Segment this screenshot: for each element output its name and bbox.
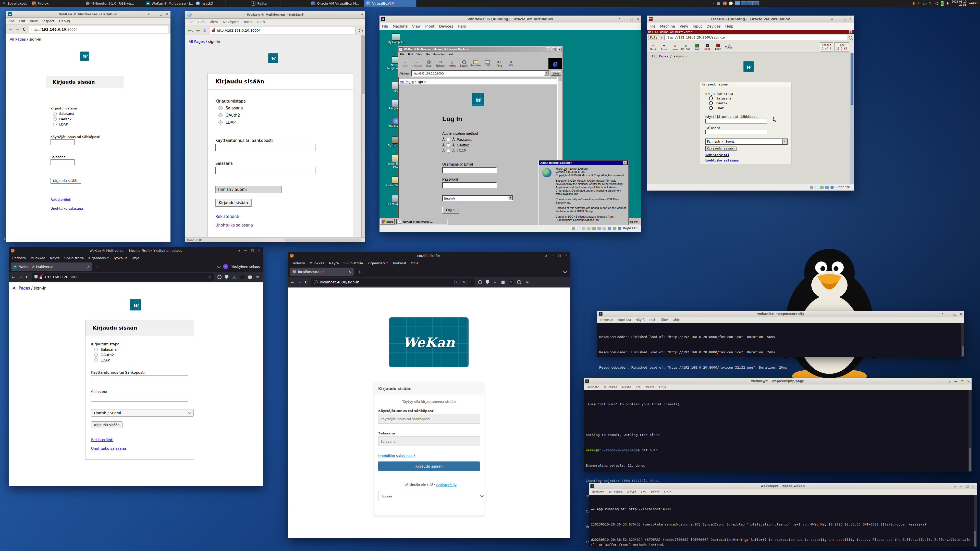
shield-check-icon[interactable] <box>486 280 489 284</box>
radio-ldap[interactable] <box>218 121 223 124</box>
taskbar-button-ladybird[interactable]: w WeKan ® Multiverse - L... <box>143 0 193 6</box>
taskbar-button-netsurf[interactable]: nsgtk3 <box>193 0 226 6</box>
search-icon[interactable] <box>849 36 853 40</box>
search-button[interactable]: Search <box>458 58 470 69</box>
rollup-button[interactable]: ∧ <box>618 17 620 21</box>
home-button[interactable]: ⌂Home <box>670 41 680 52</box>
vbox-titlebar[interactable]: 95 Windows 95 [Running] - Oracle VM Virt… <box>380 16 641 22</box>
s-badge-icon[interactable]: S <box>240 275 245 279</box>
menu-tiedosto[interactable]: Tiedosto <box>12 256 26 260</box>
battery-icon[interactable] <box>941 1 943 6</box>
rollup-button[interactable]: ∧ <box>238 249 240 252</box>
menu-navigate[interactable]: Navigate <box>223 20 239 24</box>
submit-button[interactable]: Kirjaudu sisään <box>91 421 123 428</box>
submit-button[interactable]: Kirjaudu sisään <box>215 199 251 206</box>
firefox-tray-icon[interactable] <box>723 2 727 5</box>
username-input[interactable] <box>91 375 188 382</box>
forgot-password-link[interactable]: Unohditko salasanasi? <box>378 454 415 457</box>
menu-view[interactable]: View <box>679 24 688 28</box>
forward-button[interactable]: →Forw <box>659 41 670 52</box>
file-menu-button[interactable]: File <box>648 35 659 40</box>
breadcrumb-all-pages[interactable]: All Pages <box>13 286 30 291</box>
bookmark-star-icon[interactable]: ☆ <box>208 275 211 279</box>
shield-check-icon[interactable] <box>225 275 228 279</box>
menu-sivuhistoria[interactable]: Sivuhistoria <box>344 261 363 265</box>
menu-kirjanmerkit[interactable]: Kirjanmerkit <box>368 261 388 265</box>
menu-view[interactable]: View <box>30 19 38 23</box>
breadcrumb-all-pages[interactable]: All Pages <box>400 80 414 84</box>
zoom-indicator[interactable]: 130 % <box>454 280 466 284</box>
address-dropdown-button[interactable]: ▼ <box>544 71 549 76</box>
forgot-password-link[interactable]: Unohtuiko salasana <box>705 159 738 162</box>
ie-titlebar[interactable]: e WeKan ® Multiverse - Microsoft Interne… <box>398 47 562 52</box>
menu-file[interactable]: File <box>188 20 193 24</box>
menu-etsi[interactable]: Etsi <box>641 490 646 494</box>
menu-etsi[interactable]: Etsi <box>636 386 641 389</box>
password-input[interactable] <box>215 167 315 174</box>
taskbar-button-virtualboxvm[interactable]: VirtualBoxVM <box>364 0 417 6</box>
radio-password[interactable] <box>709 97 713 100</box>
maximize-button[interactable]: □ <box>160 12 162 16</box>
close-button[interactable]: ✕ <box>967 380 969 383</box>
submit-button[interactable]: Kirjaudu sisään <box>705 146 736 151</box>
menu-nayta[interactable]: Näytä <box>329 261 339 265</box>
notification-bell-icon[interactable]: ♦ <box>946 2 949 5</box>
rollup-button[interactable]: ∧ <box>949 380 951 383</box>
password-input[interactable] <box>442 182 497 188</box>
stop-button[interactable]: xStop <box>702 41 713 52</box>
menu-ohje[interactable]: Ohje <box>659 386 667 389</box>
menu-ohje[interactable]: Ohje <box>411 261 418 265</box>
radio-oauth2[interactable] <box>709 101 713 105</box>
extension-icon[interactable] <box>248 275 251 279</box>
menu-input[interactable]: Input <box>425 24 434 28</box>
dillo-titlebar[interactable]: Dillo: WeKan Â® Multiverse x <box>647 30 854 34</box>
minimize-button[interactable]: — <box>551 254 554 257</box>
links-button[interactable]: Links <box>551 71 561 76</box>
dialog-titlebar[interactable]: About Internet Explorer × <box>539 160 628 165</box>
keyboard-layout[interactable]: FI <box>918 2 920 5</box>
language-select[interactable]: Finnish / Suomi <box>215 186 282 193</box>
forward-icon[interactable]: → <box>16 27 19 32</box>
menu-file[interactable]: File <box>400 53 404 56</box>
clear-url-icon[interactable]: ✗ <box>660 35 663 40</box>
menu-help[interactable]: Help <box>725 24 733 28</box>
menu-devices[interactable]: Devices <box>439 24 453 28</box>
tab-close-icon[interactable]: ✕ <box>348 270 351 274</box>
breadcrumb-all-pages[interactable]: All Pages <box>652 55 668 58</box>
radio-ldap[interactable] <box>709 106 713 110</box>
terminal-titlebar[interactable]: $ wekan@z: ~/repos/serenity ∧—□✕ <box>597 311 964 317</box>
start-button[interactable]: Start <box>380 219 395 224</box>
taskbar-button-virtualbox-manager[interactable]: Oracle VM VirtualBox M... <box>309 0 364 6</box>
rollup-button[interactable]: ∧ <box>361 12 363 16</box>
url-bar[interactable]: http://192.168.0.20:8000/ <box>210 27 356 34</box>
forward-icon[interactable]: → <box>196 27 200 33</box>
maximize-button[interactable]: □ <box>953 312 956 316</box>
url-field[interactable]: http://192.168.0.20:8000/sign-in <box>664 35 847 40</box>
bookmark-star-icon[interactable]: ☆ <box>469 280 472 284</box>
info-icon[interactable]: i <box>313 280 318 284</box>
menu-machine[interactable]: Machine <box>660 24 675 28</box>
minimize-button[interactable]: — <box>959 484 963 488</box>
breadcrumb-all-pages[interactable]: All Pages <box>10 37 26 41</box>
save-button[interactable]: Save <box>691 41 702 52</box>
close-button[interactable]: ✕ <box>959 312 962 316</box>
home-button[interactable]: ⌂Home <box>446 58 458 69</box>
account-icon[interactable] <box>517 280 521 284</box>
refresh-button[interactable]: ↻Refresh <box>434 58 446 69</box>
forgot-password-link[interactable]: Unohtuiko salasana <box>215 223 253 227</box>
menu-inspect[interactable]: Inspect <box>42 19 54 23</box>
menu-paate[interactable]: Pääte <box>651 490 660 494</box>
maximize-button[interactable]: □ <box>552 48 556 51</box>
rollup-button[interactable]: ∧ <box>954 484 956 488</box>
download-icon[interactable]: ↓ <box>493 280 497 284</box>
menu-debug[interactable]: Debug <box>59 19 70 23</box>
radio-oauth2[interactable] <box>218 113 223 118</box>
password-input[interactable] <box>51 159 75 165</box>
menu-devices[interactable]: Devices <box>707 24 721 28</box>
status-x-icon[interactable]: ⊗ <box>912 1 915 5</box>
terminal-scrollbar[interactable] <box>974 495 977 547</box>
radio-ldap[interactable] <box>94 359 98 362</box>
forgot-password-link[interactable]: Unohtuiko salasana <box>51 206 83 210</box>
menu-paate[interactable]: Pääte <box>659 318 668 322</box>
submit-button[interactable]: Kirjaudu sisään <box>378 462 480 471</box>
